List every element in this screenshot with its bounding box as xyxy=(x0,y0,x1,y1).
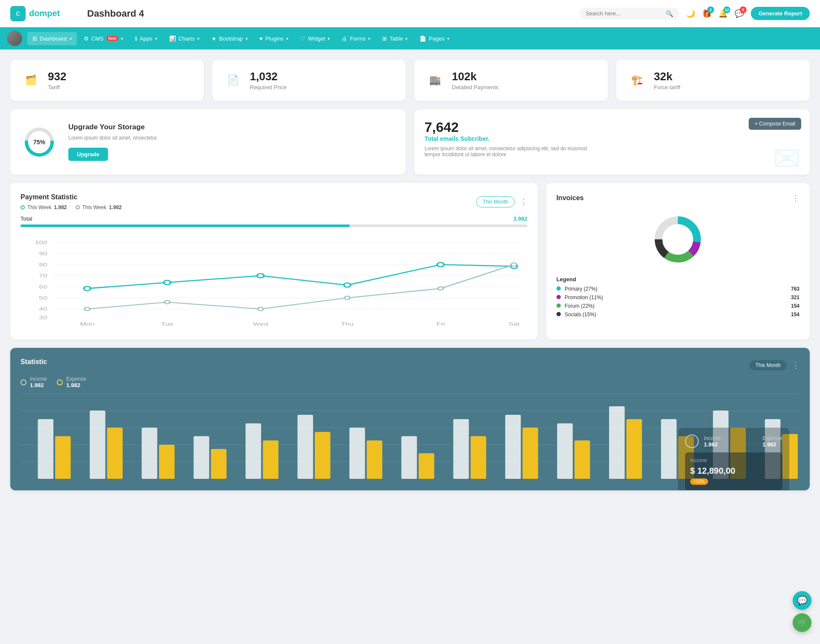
email-card: + Compose Email 7,642 Total emails Subcr… xyxy=(414,109,810,175)
svg-rect-58 xyxy=(246,423,261,479)
svg-text:50: 50 xyxy=(39,295,47,300)
expense-panel-label: Expense xyxy=(762,435,782,441)
legend-this-week-1: This Week 1.982 xyxy=(20,204,67,210)
payment-legend: This Week 1.982 This Week 1.982 xyxy=(20,204,122,210)
svg-text:60: 60 xyxy=(39,284,47,289)
income-label: Income xyxy=(30,376,47,382)
invoice-more-icon[interactable]: ⋮ xyxy=(792,193,800,203)
income-value: 1.982 xyxy=(30,382,47,388)
upgrade-text: Upgrade Your Storage Lorem ipsum dolor s… xyxy=(68,123,158,161)
svg-rect-67 xyxy=(471,436,486,479)
page-title: Dashboard 4 xyxy=(87,8,580,19)
nav-item-charts[interactable]: 📊 Charts ▾ xyxy=(164,32,205,45)
statistic-title: Statistic xyxy=(20,358,47,366)
gift-icon[interactable]: 🎁 2 xyxy=(702,9,712,18)
nav-item-plugins[interactable]: ♥ Plugins ▾ xyxy=(255,32,293,45)
payments-label: Detalled Payments xyxy=(452,84,498,90)
plugins-icon: ♥ xyxy=(260,35,263,42)
svg-rect-70 xyxy=(557,423,573,479)
statistic-month-filter[interactable]: This Month xyxy=(750,360,787,370)
svg-point-34 xyxy=(511,263,516,266)
svg-text:Fri: Fri xyxy=(436,321,445,326)
invoice-legend-forum: Forum (22%) 154 xyxy=(556,303,800,309)
forum-legend-text: Forum (22%) xyxy=(565,303,594,309)
svg-point-29 xyxy=(85,307,90,311)
payments-value: 102k xyxy=(452,70,498,83)
svg-rect-66 xyxy=(453,419,469,479)
cms-icon: ⚙ xyxy=(84,35,89,42)
expense-label: Expense xyxy=(66,376,86,382)
header: c dompet Dashboard 4 🔍 🌙 🎁 2 🔔 12 💬 5 Ge… xyxy=(0,0,820,27)
stat-card-payments: 🏬 102k Detalled Payments xyxy=(414,60,608,101)
stat-cards-grid: 🗂️ 932 Tariff 📄 1,032 Required Price 🏬 1… xyxy=(10,60,810,101)
promotion-legend-val: 321 xyxy=(791,294,800,300)
widget-arrow: ▾ xyxy=(328,36,330,41)
nav-item-dashboard[interactable]: ⊞ Dashboard ▾ xyxy=(27,32,77,45)
apps-icon: ℹ xyxy=(135,35,137,42)
required-price-label: Required Price xyxy=(250,84,287,90)
forum-label: Forum (22%) xyxy=(556,303,594,309)
svg-text:Sat: Sat xyxy=(509,321,520,326)
svg-text:30: 30 xyxy=(39,315,47,320)
chat-icon[interactable]: 💬 5 xyxy=(735,9,744,18)
nav-item-table[interactable]: ⊞ Table ▾ xyxy=(377,32,413,45)
invoice-legend-promotion: Promotion (11%) 321 xyxy=(556,294,800,300)
legend-this-week-2: This Week 1.982 xyxy=(76,204,122,210)
statistic-more-icon[interactable]: ⋮ xyxy=(792,361,800,370)
stat-card-tariff: 🗂️ 932 Tariff xyxy=(10,60,204,101)
svg-rect-69 xyxy=(522,428,538,479)
svg-rect-62 xyxy=(349,428,365,479)
svg-rect-52 xyxy=(90,411,105,479)
nav-item-pages[interactable]: 📄 Pages ▾ xyxy=(414,32,454,45)
expense-panel-info: Expense 1.982 xyxy=(762,435,782,448)
force-tariff-value: 32k xyxy=(654,70,680,83)
generate-report-button[interactable]: Generate Report xyxy=(751,7,810,20)
svg-rect-61 xyxy=(315,432,330,479)
expense-legend: Expense 1.982 xyxy=(57,376,86,388)
payment-chart-left: Payment Statistic This Week 1.982 This W… xyxy=(20,193,122,210)
income-circle-icon xyxy=(20,379,26,385)
invoice-legend-primary: Primary (27%) 763 xyxy=(556,286,800,292)
svg-point-32 xyxy=(345,296,350,300)
nav-item-cms[interactable]: ⚙ CMS New ▾ xyxy=(79,32,128,45)
search-box[interactable]: 🔍 xyxy=(580,8,679,20)
svg-rect-59 xyxy=(263,440,278,479)
svg-point-23 xyxy=(84,286,91,291)
stat-card-force-tariff: 🏗️ 32k Force tariff xyxy=(616,60,810,101)
bell-icon[interactable]: 🔔 12 xyxy=(718,9,728,18)
nav-item-apps[interactable]: ℹ Apps ▾ xyxy=(130,32,162,45)
statistic-header-row: Statistic This Month ⋮ xyxy=(20,358,800,373)
svg-rect-50 xyxy=(38,419,53,479)
svg-rect-73 xyxy=(627,419,642,479)
income-panel-value: 1.982 xyxy=(704,441,720,448)
nav-label-bootstrap: Bootstrap xyxy=(219,35,243,42)
payment-more-icon[interactable]: ⋮ xyxy=(520,197,527,207)
svg-rect-60 xyxy=(298,415,313,479)
nav-item-forms[interactable]: 🖨 Forms ▾ xyxy=(337,32,375,45)
tariff-icon: 🗂️ xyxy=(20,70,41,90)
required-price-value: 1,032 xyxy=(250,70,287,83)
income-panel-label: Income xyxy=(704,435,720,441)
svg-rect-51 xyxy=(55,436,70,479)
stat-card-tariff-info: 932 Tariff xyxy=(48,70,66,90)
forms-arrow: ▾ xyxy=(368,36,370,41)
stat-card-force-info: 32k Force tariff xyxy=(654,70,680,90)
upgrade-button[interactable]: Upgrade xyxy=(68,148,108,161)
svg-rect-63 xyxy=(367,440,382,479)
gift-badge: 2 xyxy=(707,6,714,13)
this-month-filter[interactable]: This Month xyxy=(476,196,514,207)
compose-email-button[interactable]: + Compose Email xyxy=(749,118,801,130)
search-input[interactable] xyxy=(586,10,662,17)
income-detail-label: Income xyxy=(690,458,777,463)
nav-item-widget[interactable]: ♡ Widget ▾ xyxy=(295,32,335,45)
svg-text:Mon: Mon xyxy=(80,321,94,326)
payment-total-row: Total 3.982 xyxy=(20,216,527,222)
tariff-label: Tariff xyxy=(48,84,66,90)
income-row: Income 1.982 Expense 1.982 xyxy=(685,434,782,448)
main-content: 🗂️ 932 Tariff 📄 1,032 Required Price 🏬 1… xyxy=(0,50,820,509)
dark-mode-toggle[interactable]: 🌙 xyxy=(686,9,695,18)
stat-card-required-price: 📄 1,032 Required Price xyxy=(212,60,406,101)
nav-item-bootstrap[interactable]: ★ Bootstrap ▾ xyxy=(206,32,253,45)
nav-label-charts: Charts xyxy=(179,35,195,42)
bootstrap-icon: ★ xyxy=(211,35,217,42)
